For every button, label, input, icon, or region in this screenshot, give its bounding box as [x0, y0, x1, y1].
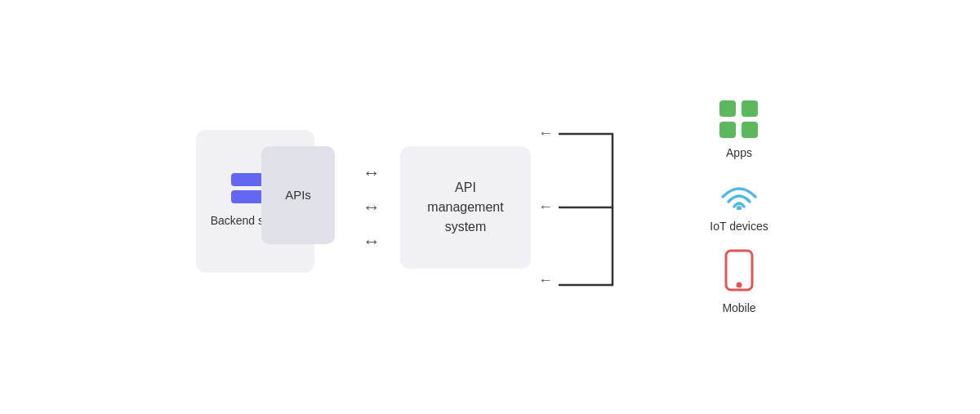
wifi-icon [718, 176, 760, 213]
diagram: Backend systems APIs ↔ ↔ ↔ APImanagement… [0, 69, 980, 346]
app-square-1 [719, 100, 736, 117]
iot-label: IoT devices [710, 220, 768, 233]
svg-point-4 [737, 206, 742, 210]
right-arrow-2: ← [539, 198, 553, 215]
app-square-3 [719, 122, 736, 138]
apps-label: Apps [726, 146, 752, 159]
mobile-icon [724, 249, 754, 295]
right-arrow-1: ← [539, 125, 553, 141]
apps-icon [719, 100, 759, 140]
right-arrow-3: ← [539, 272, 553, 288]
left-arrow-2: ↔ [363, 198, 381, 216]
api-management-box: APImanagementsystem [400, 146, 531, 269]
app-square-4 [742, 122, 758, 138]
svg-point-6 [737, 282, 742, 287]
right-side: ← ← ← App [539, 85, 784, 330]
left-arrows-section: ↔ ↔ ↔ [363, 164, 381, 251]
mobile-item: Mobile [694, 249, 784, 314]
iot-item: IoT devices [694, 176, 784, 233]
apps-item: Apps [694, 100, 784, 159]
app-square-2 [742, 100, 758, 117]
apis-label: APIs [285, 188, 311, 202]
bracket-svg: ← ← ← [539, 85, 670, 330]
left-arrow-1: ↔ [363, 164, 381, 182]
apis-box: APIs [261, 146, 335, 244]
mobile-label: Mobile [722, 301, 755, 314]
api-management-label: APImanagementsystem [427, 178, 503, 237]
right-items: Apps IoT devices [694, 100, 784, 314]
left-arrow-3: ↔ [363, 233, 381, 251]
backend-group: Backend systems APIs [196, 130, 343, 285]
